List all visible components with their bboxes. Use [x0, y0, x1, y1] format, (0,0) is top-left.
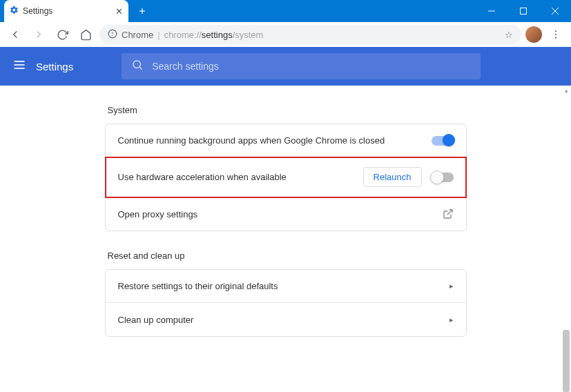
section-title-system: System — [105, 105, 467, 115]
site-info-icon[interactable] — [108, 29, 117, 41]
close-window-button[interactable] — [539, 0, 571, 22]
row-label: Clean up computer — [118, 315, 449, 325]
tab-title: Settings — [23, 6, 52, 16]
settings-content: ▴ System Continue running background app… — [0, 86, 571, 392]
row-label: Use hardware acceleration when available — [118, 172, 363, 182]
system-card: Continue running background apps when Go… — [105, 124, 467, 231]
chevron-right-icon: ▸ — [449, 315, 454, 324]
svg-point-9 — [555, 30, 557, 32]
address-bar[interactable]: Chrome | chrome://settings/system ☆ — [99, 25, 521, 44]
svg-line-16 — [140, 67, 142, 69]
menu-button[interactable] — [546, 25, 565, 44]
browser-tab[interactable]: Settings ✕ — [4, 0, 128, 22]
profile-avatar[interactable] — [525, 26, 542, 43]
url-path-main: settings — [202, 30, 233, 40]
row-label: Open proxy settings — [118, 209, 443, 219]
svg-line-17 — [447, 210, 452, 215]
row-label: Restore settings to their original defau… — [118, 281, 449, 291]
row-label: Continue running background apps when Go… — [118, 135, 432, 146]
svg-point-15 — [133, 61, 141, 68]
window-titlebar: Settings ✕ — [0, 0, 571, 22]
row-hardware-acceleration: Use hardware acceleration when available… — [106, 157, 466, 197]
home-button[interactable] — [76, 25, 95, 44]
external-link-icon — [443, 208, 454, 219]
svg-point-11 — [555, 37, 557, 39]
row-cleanup-computer[interactable]: Clean up computer ▸ — [106, 303, 466, 336]
omnibox-separator: | — [157, 30, 159, 40]
settings-search[interactable] — [122, 53, 481, 79]
hamburger-icon[interactable] — [12, 58, 26, 75]
close-icon[interactable]: ✕ — [115, 6, 123, 17]
chevron-right-icon: ▸ — [449, 282, 454, 291]
row-open-proxy[interactable]: Open proxy settings — [106, 197, 466, 231]
section-title-reset: Reset and clean up — [105, 251, 467, 261]
row-background-apps: Continue running background apps when Go… — [106, 124, 466, 157]
toggle-hardware-acceleration[interactable] — [432, 173, 454, 182]
new-tab-button[interactable] — [133, 1, 152, 21]
reset-card: Restore settings to their original defau… — [105, 269, 467, 337]
minimize-button[interactable] — [476, 0, 507, 22]
forward-button[interactable] — [29, 25, 48, 44]
maximize-button[interactable] — [507, 0, 539, 22]
scrollbar-thumb[interactable] — [563, 330, 570, 392]
svg-point-8 — [112, 35, 113, 35]
url-path-tail: /system — [233, 30, 264, 40]
gear-icon — [10, 6, 19, 17]
toggle-background-apps[interactable] — [432, 136, 454, 146]
browser-toolbar: Chrome | chrome://settings/system ☆ — [0, 22, 571, 47]
search-input[interactable] — [152, 61, 471, 72]
bookmark-star-icon[interactable]: ☆ — [505, 30, 513, 40]
scroll-up-icon[interactable]: ▴ — [563, 87, 570, 94]
settings-appbar: Settings — [0, 47, 571, 86]
search-icon — [131, 59, 144, 74]
svg-point-10 — [555, 34, 557, 35]
window-controls — [476, 0, 571, 22]
site-label: Chrome — [122, 30, 153, 40]
reload-button[interactable] — [52, 25, 72, 44]
row-restore-defaults[interactable]: Restore settings to their original defau… — [106, 270, 466, 303]
back-button[interactable] — [6, 25, 25, 44]
url-scheme: chrome:// — [164, 30, 202, 40]
svg-rect-3 — [521, 8, 527, 14]
relaunch-button[interactable]: Relaunch — [363, 167, 422, 187]
appbar-title: Settings — [36, 61, 73, 72]
